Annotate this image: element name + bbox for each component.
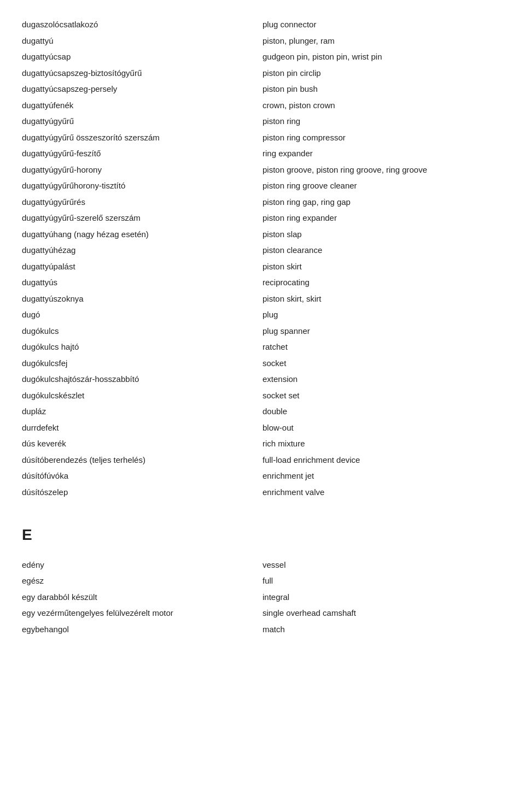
english-term: plug spanner bbox=[262, 323, 503, 339]
english-term: ring expander bbox=[262, 145, 503, 162]
english-term: integral bbox=[262, 589, 503, 605]
table-row: dugókulcsplug spanner bbox=[22, 323, 503, 339]
hungarian-term: dugókulcsfej bbox=[22, 355, 262, 372]
hungarian-term: edény bbox=[22, 557, 262, 573]
english-term: plug bbox=[262, 307, 503, 323]
hungarian-term: dúsítóberendezés (teljes terhelés) bbox=[22, 452, 262, 468]
table-row: dugattyúcsapszeg-perselypiston pin bush bbox=[22, 81, 503, 97]
hungarian-term: durrdefekt bbox=[22, 420, 262, 436]
hungarian-term: dugattyúcsap bbox=[22, 49, 262, 65]
table-row: dugattyúpalástpiston skirt bbox=[22, 258, 503, 275]
english-term: piston ring compressor bbox=[262, 130, 503, 146]
hungarian-term: dugattyúgyűrű összeszorító szerszám bbox=[22, 130, 262, 146]
english-term: enrichment jet bbox=[262, 468, 503, 484]
english-term: ratchet bbox=[262, 339, 503, 355]
hungarian-term: dugattyúgyűrűhorony-tisztító bbox=[22, 178, 262, 194]
table-row: dugattyúfenékcrown, piston crown bbox=[22, 97, 503, 114]
table-row: dugattyúgyűrű-feszítőring expander bbox=[22, 145, 503, 162]
hungarian-term: dugattyúhézag bbox=[22, 242, 262, 258]
hungarian-term: dugattyúcsapszeg-biztosítógyűrű bbox=[22, 65, 262, 81]
hungarian-term: dúsítószelep bbox=[22, 484, 262, 501]
hungarian-term: egész bbox=[22, 573, 262, 589]
hungarian-term: dugattyúhang (nagy hézag esetén) bbox=[22, 226, 262, 243]
english-term: piston pin bush bbox=[262, 81, 503, 97]
table-row: edényvessel bbox=[22, 557, 503, 573]
english-term: single overhead camshaft bbox=[262, 605, 503, 621]
table-row: egészfull bbox=[22, 573, 503, 589]
english-term: plug connector bbox=[262, 16, 503, 33]
table-row: dúsítóberendezés (teljes terhelés)full-l… bbox=[22, 452, 503, 468]
table-row: dugattyúgyűrű-horonypiston groove, pisto… bbox=[22, 162, 503, 178]
english-term: piston ring gap, ring gap bbox=[262, 194, 503, 210]
hungarian-term: dugókulcskészlet bbox=[22, 387, 262, 404]
table-row: dúsítófúvókaenrichment jet bbox=[22, 468, 503, 484]
english-term: piston skirt, skirt bbox=[262, 291, 503, 307]
table-row: dugókulcskészletsocket set bbox=[22, 387, 503, 404]
hungarian-term: dugókulcs hajtó bbox=[22, 339, 262, 355]
table-row: dús keverékrich mixture bbox=[22, 436, 503, 452]
hungarian-term: dugaszolócsatlakozó bbox=[22, 16, 262, 33]
hungarian-term: dugattyú bbox=[22, 33, 262, 49]
english-term: piston pin circlip bbox=[262, 65, 503, 81]
section-dictionary-table: edényvesselegészfullegy darabból készült… bbox=[22, 557, 503, 638]
hungarian-term: egy darabból készült bbox=[22, 589, 262, 605]
hungarian-term: dugattyúgyűrű bbox=[22, 113, 262, 130]
english-term: gudgeon pin, piston pin, wrist pin bbox=[262, 49, 503, 65]
hungarian-term: dúsítófúvóka bbox=[22, 468, 262, 484]
hungarian-term: dús keverék bbox=[22, 436, 262, 452]
english-term: piston clearance bbox=[262, 242, 503, 258]
english-term: crown, piston crown bbox=[262, 97, 503, 114]
hungarian-term: dugókulcs bbox=[22, 323, 262, 339]
section-letter: E bbox=[22, 522, 503, 548]
hungarian-term: dugattyús bbox=[22, 274, 262, 291]
table-row: dugattyúgyűrű összeszorító szerszámpisto… bbox=[22, 130, 503, 146]
table-row: dugókulcs hajtóratchet bbox=[22, 339, 503, 355]
table-row: dugóplug bbox=[22, 307, 503, 323]
english-term: blow-out bbox=[262, 420, 503, 436]
table-row: dugaszolócsatlakozóplug connector bbox=[22, 16, 503, 33]
english-term: piston skirt bbox=[262, 258, 503, 275]
hungarian-term: dugattyúgyűrű-szerelő szerszám bbox=[22, 210, 262, 226]
hungarian-term: egy vezérműtengelyes felülvezérelt motor bbox=[22, 605, 262, 621]
hungarian-term: dugattyúgyűrű-feszítő bbox=[22, 145, 262, 162]
table-row: egybehangolmatch bbox=[22, 621, 503, 638]
dictionary-table: dugaszolócsatlakozóplug connectordugatty… bbox=[22, 16, 503, 500]
hungarian-term: dugattyúpalást bbox=[22, 258, 262, 275]
table-row: dugattyúgyűrűhorony-tisztítópiston ring … bbox=[22, 178, 503, 194]
table-row: dugattyúcsapszeg-biztosítógyűrűpiston pi… bbox=[22, 65, 503, 81]
english-term: socket bbox=[262, 355, 503, 372]
table-row: dugókulcsfejsocket bbox=[22, 355, 503, 372]
english-term: rich mixture bbox=[262, 436, 503, 452]
english-term: enrichment valve bbox=[262, 484, 503, 501]
english-term: piston, plunger, ram bbox=[262, 33, 503, 49]
table-row: dugattyúhézagpiston clearance bbox=[22, 242, 503, 258]
english-term: double bbox=[262, 403, 503, 420]
table-row: dugattyúgyűrű-szerelő szerszámpiston rin… bbox=[22, 210, 503, 226]
hungarian-term: dugattyúszoknya bbox=[22, 291, 262, 307]
english-term: socket set bbox=[262, 387, 503, 404]
table-row: dugattyúhang (nagy hézag esetén)piston s… bbox=[22, 226, 503, 243]
table-row: dugattyúgyűrűréspiston ring gap, ring ga… bbox=[22, 194, 503, 210]
hungarian-term: dugattyúgyűrűrés bbox=[22, 194, 262, 210]
table-row: dugattyúsreciprocating bbox=[22, 274, 503, 291]
hungarian-term: dugattyúcsapszeg-persely bbox=[22, 81, 262, 97]
table-row: dugattyúpiston, plunger, ram bbox=[22, 33, 503, 49]
table-row: dúsítószelepenrichment valve bbox=[22, 484, 503, 501]
hungarian-term: dupláz bbox=[22, 403, 262, 420]
table-row: egy vezérműtengelyes felülvezérelt motor… bbox=[22, 605, 503, 621]
table-row: dugókulcshajtószár-hosszabbítóextension bbox=[22, 371, 503, 387]
hungarian-term: dugókulcshajtószár-hosszabbító bbox=[22, 371, 262, 387]
hungarian-term: dugattyúgyűrű-horony bbox=[22, 162, 262, 178]
english-term: piston slap bbox=[262, 226, 503, 243]
hungarian-term: egybehangol bbox=[22, 621, 262, 638]
table-row: duplázdouble bbox=[22, 403, 503, 420]
english-term: vessel bbox=[262, 557, 503, 573]
english-term: piston ring groove cleaner bbox=[262, 178, 503, 194]
english-term: full bbox=[262, 573, 503, 589]
table-row: durrdefektblow-out bbox=[22, 420, 503, 436]
english-term: match bbox=[262, 621, 503, 638]
table-row: dugattyúcsapgudgeon pin, piston pin, wri… bbox=[22, 49, 503, 65]
table-row: egy darabból készültintegral bbox=[22, 589, 503, 605]
hungarian-term: dugó bbox=[22, 307, 262, 323]
hungarian-term: dugattyúfenék bbox=[22, 97, 262, 114]
